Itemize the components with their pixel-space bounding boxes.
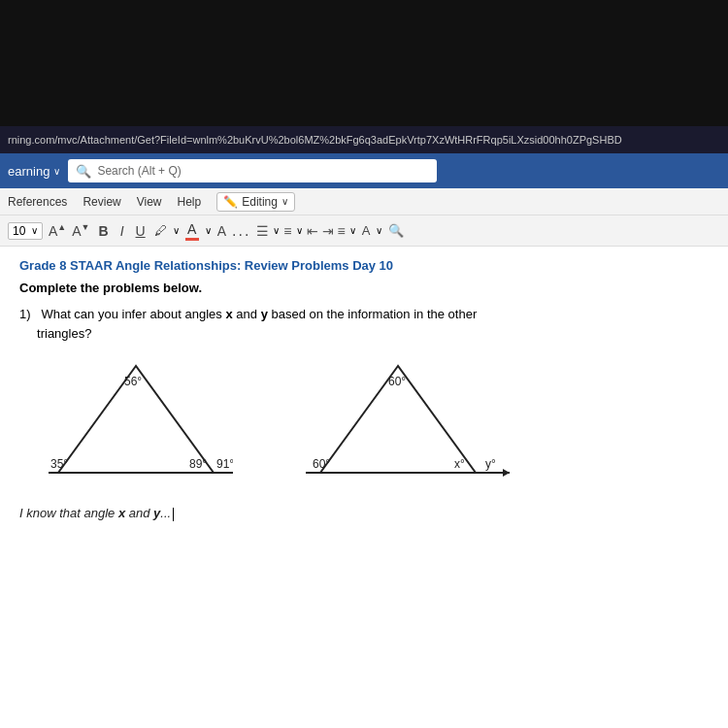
svg-text:y°: y° [485,457,496,471]
font-size-selector[interactable]: 10 ∨ [8,222,43,240]
search-box[interactable]: 🔍 Search (Alt + Q) [68,159,437,182]
text-cursor [173,508,174,521]
pen-color-icon[interactable]: 🖊 [154,223,167,238]
menu-help[interactable]: Help [178,195,202,209]
doc-title: Grade 8 STAAR Angle Relationships: Revie… [19,258,709,273]
menu-review[interactable]: Review [83,195,120,209]
editing-button[interactable]: ✏️ Editing ∨ [216,192,295,212]
top-black-bar [0,0,728,126]
style-a-icon[interactable]: A [362,223,371,238]
svg-text:60°: 60° [313,457,330,471]
triangle1-container: 56° 35° 89° 91° [39,356,233,496]
learning-menu[interactable]: earning ∨ [8,164,60,179]
find-icon[interactable]: 🔍 [388,223,404,238]
svg-text:60°: 60° [388,375,406,388]
font-highlight-a[interactable]: A [217,223,226,239]
svg-text:x°: x° [454,457,465,471]
font-grow-icon[interactable]: A▲ [49,222,66,239]
font-color-a[interactable]: A [185,221,199,241]
triangle1-svg: 56° 35° 89° 91° [39,356,233,492]
search-placeholder: Search (Alt + Q) [97,164,181,178]
answer-text[interactable]: I know that angle x and y... [19,506,709,521]
align-icon[interactable]: ≡ [338,223,346,239]
problem1-text: 1) What can you infer about angles x and… [19,305,709,343]
triangle2-svg: 60° 60° x° y° [291,356,514,492]
underline-button[interactable]: U [133,223,149,239]
url-text: rning.com/mvc/Attachment/Get?FileId=wnlm… [8,134,622,146]
editing-label: Editing [242,195,278,209]
learning-label: earning [8,164,50,179]
url-bar: rning.com/mvc/Attachment/Get?FileId=wnlm… [0,126,728,153]
font-shrink-icon[interactable]: A▼ [72,222,89,239]
document-area: Grade 8 STAAR Angle Relationships: Revie… [0,247,728,728]
more-options-button[interactable]: ... [232,222,250,240]
svg-text:91°: 91° [216,457,233,471]
list-icon-1[interactable]: ☰ [256,223,269,239]
bold-button[interactable]: B [96,223,112,239]
toolbar-row1: earning ∨ 🔍 Search (Alt + Q) [0,153,728,188]
svg-text:89°: 89° [189,457,207,471]
format-toolbar: 10 ∨ A▲ A▼ B I U 🖊 ∨ A ∨ A ... ☰ ∨ ≡ ∨ ⇤… [0,215,728,247]
search-icon: 🔍 [76,164,91,179]
svg-marker-11 [503,469,510,477]
learning-chevron: ∨ [53,166,60,177]
doc-subtitle: Complete the problems below. [19,281,709,295]
indent-increase-icon[interactable]: ⇥ [322,223,334,239]
svg-text:56°: 56° [124,375,142,388]
italic-button[interactable]: I [117,223,127,239]
editing-chevron: ∨ [281,196,288,207]
font-size-value: 10 [13,224,25,238]
menu-view[interactable]: View [137,195,162,209]
menu-bar: References Review View Help ✏️ Editing ∨ [0,188,728,215]
triangles-container: 56° 35° 89° 91° 60° 60° [39,356,709,496]
problem1-number: 1) [19,307,31,321]
triangle2-container: 60° 60° x° y° [291,356,514,496]
svg-text:35°: 35° [50,457,68,471]
indent-decrease-icon[interactable]: ⇤ [307,223,318,239]
list-icons: ☰ ∨ ≡ ∨ ⇤ ⇥ ≡ ∨ [256,223,355,239]
font-size-chevron: ∨ [31,225,38,236]
list-icon-2[interactable]: ≡ [283,223,291,239]
menu-references[interactable]: References [8,195,67,209]
pencil-icon: ✏️ [223,195,238,209]
